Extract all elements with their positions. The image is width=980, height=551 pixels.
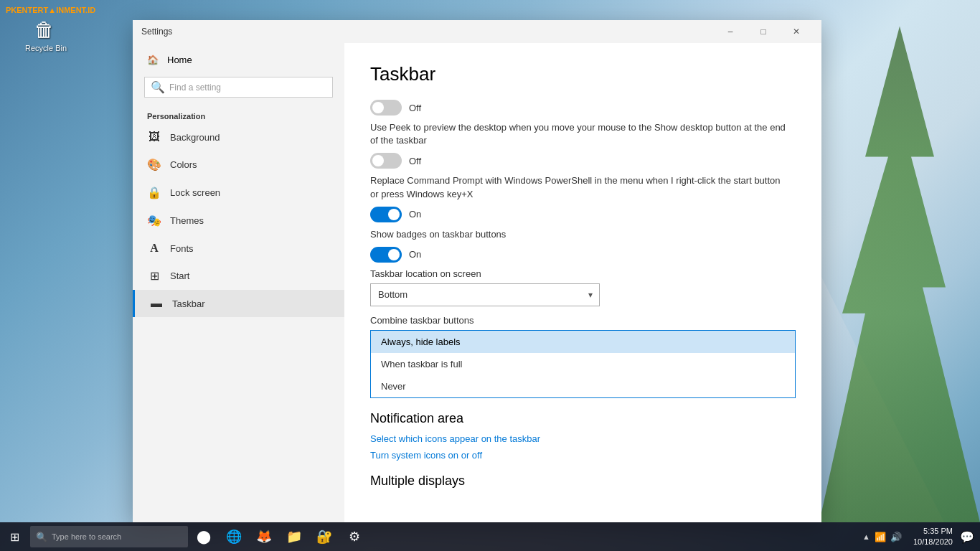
taskbar-clock[interactable]: 5:35 PM 10/18/2020 xyxy=(909,526,957,548)
sidebar-item-background-label: Background xyxy=(170,132,220,143)
taskbar-location-select[interactable]: Bottom Top Left Right xyxy=(370,283,600,306)
window-body: 🏠 Home 🔍 Personalization 🖼 Background 🎨 … xyxy=(133,43,821,522)
notification-center-icon[interactable]: 💬 xyxy=(960,530,974,544)
window-title: Settings xyxy=(141,27,714,37)
powershell-toggle-row: On xyxy=(370,207,796,222)
turn-system-icons-link[interactable]: Turn system icons on or off xyxy=(370,450,796,461)
combine-section: Combine taskbar buttons Always, hide lab… xyxy=(370,315,796,398)
powershell-description: Replace Command Prompt with Windows Powe… xyxy=(370,174,786,200)
lock-screen-icon: 🔒 xyxy=(147,186,161,199)
window-titlebar: Settings – □ ✕ xyxy=(133,20,821,43)
recycle-bin-graphic: 🗑 xyxy=(34,18,57,41)
peek-desktop-toggle-label: Off xyxy=(409,156,421,166)
sidebar-item-lock-screen[interactable]: 🔒 Lock screen xyxy=(133,179,344,207)
search-input[interactable] xyxy=(169,83,326,93)
watermark: PKENTERT▲INMENT.ID xyxy=(6,6,95,14)
sidebar-item-taskbar[interactable]: ▬ Taskbar xyxy=(133,290,344,317)
sidebar-item-start-label: Start xyxy=(170,270,189,281)
edge-icon[interactable]: 🌐 xyxy=(220,522,248,551)
sidebar-item-lock-screen-label: Lock screen xyxy=(170,187,220,198)
recycle-bin-icon[interactable]: 🗑 Recycle Bin xyxy=(25,18,67,52)
combine-option-never-label: Never xyxy=(381,381,406,392)
peek-toggle[interactable] xyxy=(370,100,402,116)
sidebar-item-home[interactable]: 🏠 Home xyxy=(133,46,344,74)
taskbar-location-dropdown[interactable]: Bottom Top Left Right ▾ xyxy=(370,283,600,306)
multiple-displays-heading: Multiple displays xyxy=(370,474,796,489)
notification-area-heading: Notification area xyxy=(370,411,796,426)
background-icon: 🖼 xyxy=(147,131,161,143)
volume-icon[interactable]: 🔊 xyxy=(890,532,902,542)
combine-option-always[interactable]: Always, hide labels xyxy=(371,331,795,353)
firefox-icon[interactable]: 🦊 xyxy=(250,522,278,551)
peek-toggle-knob xyxy=(372,102,384,113)
sidebar-item-start[interactable]: ⊞ Start xyxy=(133,262,344,290)
colors-icon: 🎨 xyxy=(147,158,161,171)
recycle-bin-label: Recycle Bin xyxy=(25,44,67,52)
select-icons-link[interactable]: Select which icons appear on the taskbar xyxy=(370,433,796,444)
sidebar-item-fonts[interactable]: A Fonts xyxy=(133,235,344,262)
peek-toggle-label: Off xyxy=(409,103,421,113)
taskbar-search-input[interactable] xyxy=(52,532,182,541)
system-tray: ▲ 📶 🔊 xyxy=(858,532,906,542)
combine-option-always-label: Always, hide labels xyxy=(381,336,461,347)
close-button[interactable]: ✕ xyxy=(780,20,813,43)
taskbar-bar: ⊞ 🔍 ⬤ 🌐 🦊 📁 🔐 ⚙ ▲ 📶 🔊 5:35 PM 10/18/2020… xyxy=(0,522,980,551)
badges-description: Show badges on taskbar buttons xyxy=(370,228,786,241)
combine-option-when-full-label: When taskbar is full xyxy=(381,359,462,369)
search-icon: 🔍 xyxy=(151,80,165,94)
network-icon[interactable]: 📶 xyxy=(875,532,886,542)
settings-window: Settings – □ ✕ 🏠 Home 🔍 Personalization xyxy=(133,20,821,522)
home-icon: 🏠 xyxy=(147,55,159,65)
settings-icon[interactable]: ⚙ xyxy=(340,522,369,551)
badges-toggle-knob xyxy=(388,249,400,260)
badges-toggle[interactable] xyxy=(370,247,402,263)
watermark-text: PKENTERT▲INMENT.ID xyxy=(6,6,95,14)
minimize-button[interactable]: – xyxy=(714,20,747,43)
page-title: Taskbar xyxy=(370,63,796,85)
taskbar-search-box[interactable]: 🔍 xyxy=(30,526,188,547)
start-button[interactable]: ⊞ xyxy=(0,522,29,551)
badges-toggle-label: On xyxy=(409,249,421,260)
sidebar-item-colors-label: Colors xyxy=(170,159,197,170)
main-content: Taskbar Off Use Peek to preview the desk… xyxy=(344,43,821,522)
home-label: Home xyxy=(167,55,192,65)
sidebar-section-label: Personalization xyxy=(133,106,344,123)
sidebar: 🏠 Home 🔍 Personalization 🖼 Background 🎨 … xyxy=(133,43,344,522)
taskbar-icon: ▬ xyxy=(149,297,164,310)
taskbar-search-icon: 🔍 xyxy=(36,532,47,542)
taskview-icon[interactable]: ⬤ xyxy=(189,522,218,551)
powershell-toggle-label: On xyxy=(409,209,421,220)
sidebar-item-fonts-label: Fonts xyxy=(170,243,194,254)
tray-expand-icon[interactable]: ▲ xyxy=(862,532,870,541)
peek-desktop-toggle-row: Off xyxy=(370,153,796,169)
combine-option-never[interactable]: Never xyxy=(371,375,795,397)
combine-option-when-full[interactable]: When taskbar is full xyxy=(371,353,795,375)
powershell-toggle-knob xyxy=(388,209,400,220)
peek-desktop-toggle[interactable] xyxy=(370,153,402,169)
combine-dropdown-options: Always, hide labels When taskbar is full… xyxy=(370,330,796,398)
fonts-icon: A xyxy=(147,242,161,255)
sidebar-search-box[interactable]: 🔍 xyxy=(144,77,333,98)
clock-time: 5:35 PM xyxy=(913,526,953,537)
taskbar-right-area: ▲ 📶 🔊 5:35 PM 10/18/2020 💬 xyxy=(858,526,980,548)
themes-icon: 🎭 xyxy=(147,214,161,227)
peek-desktop-toggle-knob xyxy=(372,155,384,166)
desktop: PKENTERT▲INMENT.ID 🗑 Recycle Bin Setting… xyxy=(0,0,980,551)
powershell-toggle[interactable] xyxy=(370,207,402,222)
start-icon: ⊞ xyxy=(147,269,161,283)
peek-description: Use Peek to preview the desktop when you… xyxy=(370,121,786,147)
sidebar-item-background[interactable]: 🖼 Background xyxy=(133,123,344,151)
sidebar-item-themes[interactable]: 🎭 Themes xyxy=(133,207,344,235)
maximize-button[interactable]: □ xyxy=(747,20,780,43)
sidebar-item-taskbar-label: Taskbar xyxy=(172,298,205,309)
sidebar-item-colors[interactable]: 🎨 Colors xyxy=(133,151,344,179)
window-controls: – □ ✕ xyxy=(714,20,813,43)
peek-toggle-row: Off xyxy=(370,100,796,116)
taskbar-location-label: Taskbar location on screen xyxy=(370,268,796,279)
clock-date: 10/18/2020 xyxy=(913,537,953,547)
security-icon[interactable]: 🔐 xyxy=(310,522,339,551)
explorer-icon[interactable]: 📁 xyxy=(280,522,308,551)
badges-toggle-row: On xyxy=(370,247,796,263)
combine-label: Combine taskbar buttons xyxy=(370,315,796,326)
sidebar-item-themes-label: Themes xyxy=(170,215,204,226)
